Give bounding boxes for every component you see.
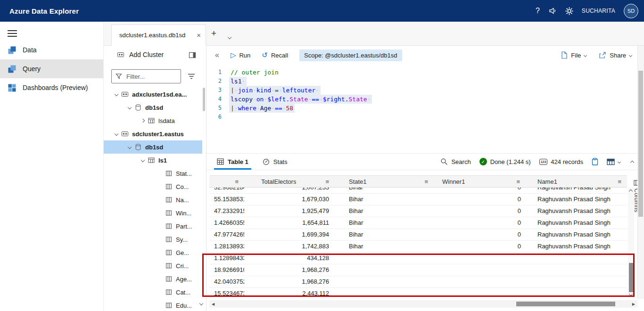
tree-item[interactable]: Win... (104, 206, 202, 220)
tree-item[interactable]: lsdata (104, 114, 202, 127)
column-menu-icon[interactable]: ≡ (325, 178, 335, 185)
code-line-content: // outer join (229, 68, 280, 77)
tab-list-chevron-icon[interactable] (228, 33, 231, 40)
code-token: · (271, 87, 275, 94)
tree-item[interactable]: Cri... (104, 259, 202, 272)
filter-input[interactable] (125, 73, 177, 81)
chevron-down-icon[interactable] (115, 132, 118, 136)
tree-item[interactable]: Ge... (104, 246, 202, 259)
tree-item[interactable]: Part... (104, 220, 202, 233)
add-cluster-button[interactable]: Add Cluster (117, 51, 164, 58)
column-header-winner1[interactable]: Winner1≡ (434, 176, 526, 187)
tree-item[interactable]: Sy... (104, 233, 202, 246)
scroll-down-icon[interactable] (629, 292, 633, 296)
collapse-pane-icon[interactable] (189, 51, 196, 60)
column-menu-icon[interactable]: ≡ (235, 178, 244, 185)
copy-results-icon[interactable] (592, 158, 598, 165)
hamburger-menu-icon[interactable] (8, 28, 17, 39)
column-header-name1[interactable]: Name1≡ (526, 176, 627, 187)
scroll-left-icon[interactable]: ◀ (212, 302, 215, 306)
scope-chip[interactable]: Scope: @sdcluster1.eastus/db1sd (299, 49, 402, 61)
help-icon[interactable]: ? (536, 7, 540, 15)
tree-scrollbar-thumb[interactable] (203, 88, 205, 111)
column-header-state1[interactable]: State1≡ (335, 176, 434, 187)
tree-item-label: sdcluster1.eastus (132, 131, 184, 138)
page-vertical-scrollbar[interactable] (637, 46, 644, 299)
tree-item-label: Edu... (176, 302, 192, 309)
chevron-down-icon[interactable] (128, 106, 132, 109)
new-tab-icon[interactable]: + (211, 28, 216, 39)
table-row[interactable]: 47.977426551,699,394Bihar0Raghuvansh Pra… (209, 229, 627, 241)
horizontal-scrollbar-thumb[interactable] (516, 302, 615, 306)
scroll-right-icon[interactable]: ▶ (632, 302, 635, 306)
table-row[interactable]: 1.128984339434,128 (209, 253, 627, 264)
feedback-icon[interactable] (548, 7, 557, 15)
tree-item[interactable]: db1sd (104, 101, 202, 114)
tree-item[interactable]: Co... (104, 180, 202, 193)
line-number: 6 (206, 113, 229, 122)
page-scrollbar-thumb[interactable] (638, 71, 643, 217)
table-row[interactable]: 15.523467372,443,112 (209, 288, 627, 298)
tree-item-label: Age... (176, 276, 192, 283)
sidebar-item-data[interactable]: Data (0, 41, 103, 59)
sidebar-item-query[interactable]: Query (0, 59, 103, 78)
tree-item[interactable]: adxcluster1sd.ea... (104, 88, 202, 101)
table-row[interactable]: 1.4266035571,654,811Bihar0Raghuvansh Pra… (209, 217, 627, 229)
tree-item[interactable]: Na... (104, 193, 202, 206)
grid-scrollbar-thumb[interactable] (629, 263, 633, 292)
scroll-up-icon[interactable] (629, 189, 633, 193)
settings-gear-icon[interactable] (565, 7, 573, 15)
run-button[interactable]: ▷ Run (231, 51, 250, 59)
query-tab[interactable]: sdcluster1.eastus.db1sd × (111, 25, 206, 46)
records-count-icon: 123 (539, 159, 548, 165)
table-row[interactable]: 1.2813893351,742,883Bihar0Raghuvansh Pra… (209, 241, 627, 253)
account-name[interactable]: SUCHARITA (582, 8, 615, 14)
table-cell: Bihar (335, 188, 434, 193)
code-token: == (312, 96, 319, 103)
column-header[interactable]: ≡ (209, 176, 244, 187)
tree-item[interactable]: sdcluster1.eastus (104, 127, 202, 140)
column-menu-icon[interactable]: ≡ (424, 178, 434, 185)
line-number: 1 (206, 68, 229, 77)
file-menu-button[interactable]: File (561, 51, 586, 59)
chevron-down-icon[interactable] (128, 145, 132, 149)
table-row[interactable]: 18.926691021,968,276 (209, 264, 627, 276)
collapse-left-icon[interactable]: « (215, 51, 219, 59)
table-cell (434, 288, 526, 298)
table-row[interactable]: 47.233291531,925,479Bihar0Raghuvansh Pra… (209, 205, 627, 217)
chevron-right-icon[interactable] (141, 119, 145, 123)
code-token: 58 (286, 105, 293, 112)
column-header-totalelectors[interactable]: TotalElectors≡ (244, 176, 335, 187)
tab-stats[interactable]: Stats (263, 154, 288, 170)
tree-item[interactable]: Stat... (104, 167, 202, 180)
tree-scroll-down-icon[interactable] (200, 299, 203, 306)
tree-item[interactable]: Edu... (104, 299, 202, 311)
database-icon (134, 104, 142, 111)
chevron-down-icon[interactable] (115, 92, 118, 96)
collapse-results-icon[interactable] (631, 158, 634, 165)
sidebar-item-dashboards[interactable]: Dashboards (Preview) (0, 78, 103, 97)
view-layout-button[interactable] (607, 158, 620, 165)
search-button[interactable]: Search (440, 158, 471, 165)
table-cell: 1,968,276 (244, 276, 335, 287)
avatar[interactable]: SD (624, 4, 638, 18)
share-menu-button[interactable]: Share (599, 51, 632, 59)
tree-item-label: db1sd (145, 144, 163, 151)
query-editor[interactable]: 1// outer join2ls1·3|·join·kind·=·leftou… (206, 65, 637, 153)
column-menu-icon[interactable]: ≡ (516, 178, 526, 185)
status-label: Done (1.244 s) (490, 158, 531, 165)
close-tab-icon[interactable]: × (197, 31, 201, 39)
table-row[interactable]: 55.153853171,679,030Bihar0Raghuvansh Pra… (209, 194, 627, 205)
filter-options-icon[interactable] (188, 73, 195, 81)
tree-item[interactable]: db1sd (104, 140, 202, 154)
tree-item[interactable]: Cat... (104, 286, 202, 299)
table-row[interactable]: 32.968218491,007,253Bihar0Raghuvansh Pra… (209, 188, 627, 194)
column-menu-icon[interactable]: ≡ (618, 178, 627, 185)
table-row[interactable]: 42.040375281,968,276 (209, 276, 627, 288)
chevron-down-icon[interactable] (141, 158, 145, 162)
tree-item[interactable]: Age... (104, 272, 202, 286)
tree-item[interactable]: ls1 (104, 154, 202, 167)
tab-table-1[interactable]: Table 1 (217, 154, 248, 170)
table-cell (335, 276, 434, 287)
recall-button[interactable]: ↺ Recall (262, 51, 288, 59)
